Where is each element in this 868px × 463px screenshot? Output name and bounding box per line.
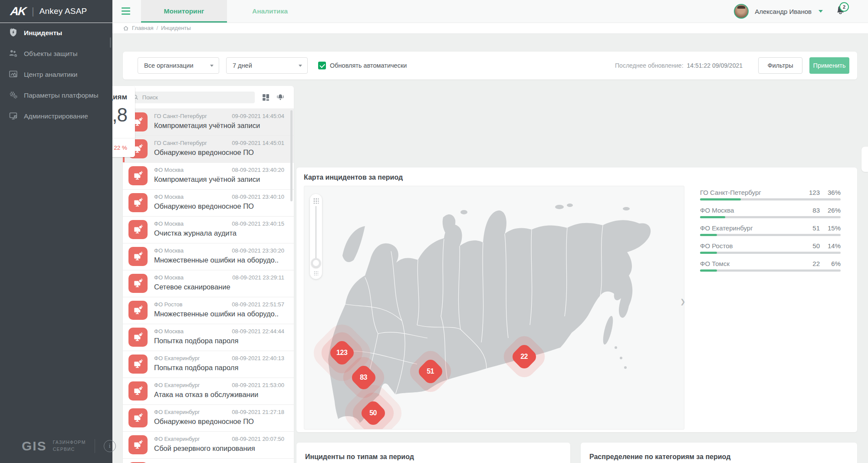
legend-bar-fill: [700, 252, 717, 254]
incident-title: Обнаружено вредоносное ПО: [154, 417, 254, 426]
sidebar: Инциденты Объекты защиты Центр аналитики: [0, 23, 112, 463]
organization-select-value: Все организации: [144, 62, 194, 69]
legend-label: ФО Ростов: [700, 242, 812, 250]
scroll-indicator[interactable]: [861, 147, 868, 172]
incident-row[interactable]: ГО Санкт-Петербург 09-09-2021 14:45:04 К…: [123, 108, 294, 135]
auto-refresh-toggle[interactable]: Обновлять автоматически: [318, 62, 407, 69]
alert-bell-icon[interactable]: [276, 93, 284, 101]
sidebar-item[interactable]: Администрирование: [0, 106, 112, 127]
incident-row[interactable]: ФО Москва 08-09-2021 23:40:15 Очистка жу…: [123, 216, 294, 243]
incident-title: Очистка журнала аудита: [154, 229, 237, 237]
card-title: Инциденты по типам за период: [305, 453, 414, 461]
incident-timestamp: 08-09-2021 23:40:10: [232, 194, 284, 200]
incident-list-header: [123, 86, 294, 108]
chevron-down-icon: [210, 65, 214, 67]
incident-organization: ФО Екатеринбург: [154, 382, 200, 388]
legend-percent: 26%: [820, 207, 841, 214]
zoom-in-icon[interactable]: [313, 198, 319, 204]
tab-monitoring[interactable]: Мониторинг: [141, 0, 227, 23]
app-logo: AK | Ankey ASAP: [0, 0, 112, 23]
incident-timestamp: 08-09-2021 22:40:13: [232, 355, 284, 361]
breadcrumb-current: Инциденты: [161, 25, 191, 31]
avatar[interactable]: [734, 4, 749, 19]
apply-button[interactable]: Применить: [809, 57, 849, 74]
list-scrollbar[interactable]: [290, 110, 293, 201]
legend-value: 51: [812, 224, 820, 232]
legend-row: ФО Ростов 50 14%: [700, 242, 841, 260]
breadcrumb-home[interactable]: Главная: [132, 25, 153, 31]
incident-title: Множественные ошибки на оборудо..: [154, 310, 279, 318]
incident-row[interactable]: ФО Екатеринбург 08-09-2021 20:07:50 Сбой…: [123, 431, 294, 458]
legend-label: ФО Москва: [700, 207, 812, 214]
search-box[interactable]: [129, 92, 255, 103]
incident-timestamp: 08-09-2021 22:44:44: [232, 328, 284, 335]
incident-timestamp: 08-09-2021 20:07:50: [232, 436, 284, 442]
incident-timestamp: 08-09-2021 23:30:20: [232, 247, 284, 254]
logo-divider: |: [32, 6, 34, 17]
filters-button[interactable]: Фильтры: [758, 57, 802, 74]
incident-timestamp: 08-09-2021 22:51:57: [232, 301, 284, 308]
zoom-out-icon[interactable]: [314, 271, 318, 275]
legend-label: ГО Санкт-Петербург: [700, 189, 809, 196]
legend-label: ФО Томск: [700, 260, 812, 267]
incident-organization: ФО Москва: [154, 220, 184, 227]
legend-value: 83: [812, 207, 820, 214]
incident-row[interactable]: ФО Москва 08-09-2021 23:40:10 Обнаружено…: [123, 189, 294, 216]
incident-timestamp: 09-09-2021 14:45:01: [232, 140, 284, 146]
top-bar: AK | Ankey ASAP Мониторинг Аналитика Але…: [0, 0, 868, 23]
legend-bar-track: [700, 252, 841, 254]
incident-row[interactable]: ФО Екатеринбург 08-09-2021 22:40:13 Попы…: [123, 351, 294, 378]
incident-list-panel: ГО Санкт-Петербург 09-09-2021 14:45:04 К…: [123, 86, 294, 463]
zoom-handle[interactable]: [311, 258, 321, 268]
grid-view-icon[interactable]: [262, 93, 270, 101]
incident-row[interactable]: ФО Москва 08-09-2021 23:30:20 Множествен…: [123, 243, 294, 270]
incident-row[interactable]: ФО Екатеринбург 08-09-2021 21:53:00 Атак…: [123, 378, 294, 404]
map-canvas[interactable]: 123 83 51 50 22: [304, 186, 684, 430]
incident-row[interactable]: ФО Москва 08-09-2021 22:44:44 Попытка по…: [123, 324, 294, 351]
checkbox-checked-icon[interactable]: [318, 62, 326, 69]
sidebar-scrollbar[interactable]: [110, 37, 111, 48]
sidebar-item[interactable]: Инциденты: [0, 23, 112, 43]
incident-row[interactable]: [123, 458, 294, 463]
legend-row: ГО Санкт-Петербург 123 36%: [700, 189, 841, 207]
incident-timestamp: 08-09-2021 23:40:20: [232, 167, 284, 173]
sidebar-item-label: Инциденты: [24, 29, 62, 37]
sidebar-item[interactable]: Параметры платформы: [0, 85, 112, 106]
menu-toggle-icon[interactable]: [122, 7, 130, 15]
incident-row[interactable]: ФО Екатеринбург 08-09-2021 21:27:18 Обна…: [123, 404, 294, 431]
chevron-down-icon[interactable]: [819, 10, 823, 13]
incident-type-icon: [128, 274, 148, 293]
sidebar-item[interactable]: Центр аналитики: [0, 64, 112, 85]
collapse-chevron-icon[interactable]: ❯: [680, 298, 686, 305]
organization-select[interactable]: Все организации: [138, 57, 219, 74]
incident-organization: ГО Санкт-Петербург: [154, 113, 207, 119]
info-icon[interactable]: i: [104, 440, 116, 452]
incident-timestamp: 08-09-2021 23:40:15: [232, 220, 284, 227]
incident-row[interactable]: ГО Санкт-Петербург 09-09-2021 14:45:01 О…: [123, 135, 294, 162]
incident-title: Попытка подбора пароля: [154, 364, 238, 372]
incident-title: Обнаружено вредоносное ПО: [154, 202, 254, 210]
protected-objects-icon: [9, 49, 18, 59]
period-select[interactable]: 7 дней: [226, 57, 308, 74]
incident-organization: ФО Екатеринбург: [154, 355, 200, 361]
home-icon[interactable]: [123, 25, 129, 31]
analytics-center-icon: [9, 69, 18, 80]
incident-timestamp: 09-09-2021 14:45:04: [232, 113, 284, 119]
incident-row[interactable]: ФО Ростов 08-09-2021 22:51:57 Множествен…: [123, 297, 294, 324]
legend-bar-fill: [700, 269, 717, 272]
incident-row[interactable]: ФО Москва 08-09-2021 23:40:20 Компромета…: [123, 162, 294, 189]
incident-type-icon: [128, 328, 148, 347]
breadcrumb-separator: /: [156, 25, 158, 31]
sidebar-item[interactable]: Объекты защиты: [0, 43, 112, 64]
search-input[interactable]: [141, 94, 251, 101]
notifications-button[interactable]: 2: [835, 5, 846, 18]
incident-type-icon: [128, 435, 148, 454]
incident-timestamp: 08-09-2021 21:27:18: [232, 409, 284, 415]
incident-title: Компрометация учётной записи: [154, 175, 260, 184]
map-zoom-slider[interactable]: [310, 194, 322, 279]
tab-analytics[interactable]: Аналитика: [227, 0, 313, 23]
incident-map-card: Карта инцидентов за период: [296, 167, 857, 432]
incident-type-icon: [128, 166, 148, 185]
incident-row[interactable]: ФО Москва 08-09-2021 23:29:11 Сетевое ск…: [123, 270, 294, 297]
legend-bar-fill: [700, 198, 741, 200]
